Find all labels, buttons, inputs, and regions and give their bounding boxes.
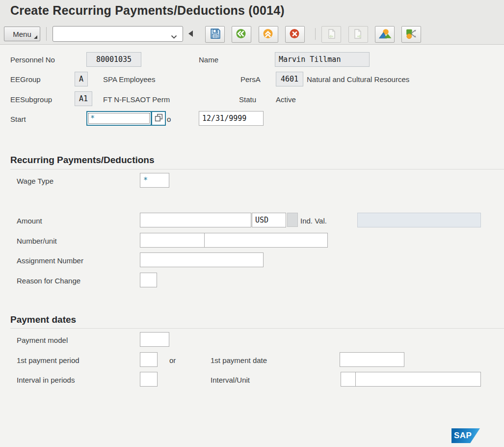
section-rule xyxy=(10,328,504,329)
next-page-icon xyxy=(352,28,364,41)
ind-val-label: Ind. Val. xyxy=(300,217,327,225)
reason-for-change-input[interactable] xyxy=(140,273,157,287)
sap-logo-text: SAP xyxy=(451,431,472,441)
back-icon xyxy=(235,28,248,41)
ee-group-code: A xyxy=(75,72,88,86)
unit-input[interactable] xyxy=(204,233,328,248)
pers-area-label: PersA xyxy=(240,75,261,84)
first-payment-period-label: 1st payment period xyxy=(17,356,80,364)
value-help-icon xyxy=(154,113,163,124)
command-field[interactable] xyxy=(53,26,183,42)
ee-group-label: EEGroup xyxy=(10,75,41,84)
interval-unit-input[interactable] xyxy=(355,372,481,387)
interval-unit-label: Interval/Unit xyxy=(211,376,250,384)
ind-val-input xyxy=(357,213,481,227)
assignment-number-input[interactable] xyxy=(140,252,264,267)
cancel-button[interactable] xyxy=(285,26,305,43)
ee-subgroup-label: EESubgroup xyxy=(10,95,52,104)
sap-logo: SAP xyxy=(451,428,480,443)
services-icon xyxy=(405,28,418,41)
section-rule xyxy=(10,169,504,169)
ee-group-text: SPA Employees xyxy=(103,75,155,84)
payment-model-label: Payment model xyxy=(17,336,68,344)
wage-type-input[interactable] xyxy=(140,173,169,188)
or-label: or xyxy=(169,356,176,364)
name-value: Marvin Tillman xyxy=(275,52,370,67)
menu-button-label: Menu xyxy=(13,30,31,38)
menu-dropdown-icon xyxy=(34,35,37,39)
services-button[interactable] xyxy=(401,26,421,43)
first-payment-date-label: 1st payment date xyxy=(211,356,267,364)
currency-help-button xyxy=(287,213,298,227)
back-button[interactable] xyxy=(232,26,251,43)
amount-input[interactable] xyxy=(140,213,251,227)
ee-subgroup-code: A1 xyxy=(75,91,92,106)
wage-type-label: Wage Type xyxy=(17,177,53,185)
interval-in-periods-label: Interval in periods xyxy=(17,376,75,384)
cancel-icon xyxy=(289,28,301,41)
amount-label: Amount xyxy=(17,217,42,225)
status-label: Statu xyxy=(239,95,256,104)
interval-input[interactable] xyxy=(341,372,356,387)
start-date-input[interactable] xyxy=(86,111,152,126)
personnel-no-value: 80001035 xyxy=(86,52,141,67)
number-input[interactable] xyxy=(140,233,205,248)
top-bar: Create Recurring Payments/Deductions (00… xyxy=(0,0,504,45)
end-date-input[interactable] xyxy=(199,111,264,126)
toolbar-separator xyxy=(315,28,316,40)
page-title: Create Recurring Payments/Deductions (00… xyxy=(10,3,285,18)
pers-area-code: 4601 xyxy=(276,72,303,86)
recurring-section-heading: Recurring Payments/Deductions xyxy=(10,155,155,166)
toolbar-separator xyxy=(46,27,47,41)
overview-button[interactable] xyxy=(375,26,395,43)
payment-model-input[interactable] xyxy=(140,332,169,347)
interval-in-periods-input[interactable] xyxy=(140,372,158,387)
ee-subgroup-text: FT N-FLSAOT Perm xyxy=(103,95,170,104)
next-page-button xyxy=(348,26,368,43)
reason-for-change-label: Reason for Change xyxy=(17,277,80,285)
personnel-no-label: Personnel No xyxy=(10,56,55,64)
exit-icon xyxy=(262,28,275,41)
currency-input[interactable] xyxy=(252,213,286,227)
sap-window: Create Recurring Payments/Deductions (00… xyxy=(0,0,504,447)
exit-button[interactable] xyxy=(259,26,278,43)
save-button[interactable] xyxy=(205,26,225,43)
previous-page-button xyxy=(321,26,341,43)
value-help-button[interactable] xyxy=(151,111,166,126)
payment-dates-section-heading: Payment dates xyxy=(10,314,76,325)
save-icon xyxy=(209,28,221,41)
first-payment-date-input[interactable] xyxy=(340,352,404,367)
to-label: o xyxy=(167,115,171,123)
menu-button[interactable]: Menu xyxy=(4,27,40,41)
name-label: Name xyxy=(199,56,218,64)
start-date-label: Start xyxy=(10,115,26,123)
pers-area-text: Natural and Cultural Resources xyxy=(307,75,409,84)
chevron-down-icon[interactable] xyxy=(171,32,177,41)
first-payment-period-input[interactable] xyxy=(140,352,158,367)
previous-page-icon xyxy=(325,28,337,41)
assignment-number-label: Assignment Number xyxy=(17,256,83,265)
number-unit-label: Number/unit xyxy=(17,237,57,245)
overview-mountain-icon xyxy=(378,28,392,41)
status-value: Active xyxy=(276,95,296,104)
collapse-toolbar-icon[interactable] xyxy=(188,30,193,37)
